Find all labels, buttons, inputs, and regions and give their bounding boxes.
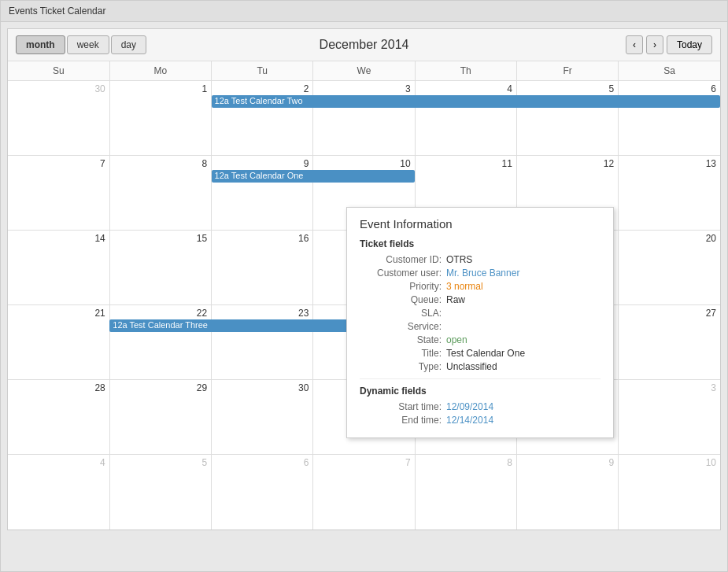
nav-buttons: ‹ › Today bbox=[626, 35, 712, 54]
col-su: Su bbox=[8, 61, 109, 81]
popup-row-service: Service: bbox=[360, 321, 601, 332]
day-number: 5 bbox=[519, 83, 616, 95]
view-day-button[interactable]: day bbox=[111, 35, 146, 54]
popup-row-customerid: Customer ID: OTRS bbox=[360, 254, 601, 265]
day-cell: 23 bbox=[212, 305, 313, 380]
next-button[interactable]: › bbox=[646, 35, 663, 54]
day-number: 15 bbox=[112, 232, 209, 245]
day-cell: 30 bbox=[212, 380, 313, 455]
day-cell: 5 bbox=[516, 81, 618, 156]
popup-divider bbox=[360, 378, 601, 379]
day-number: 4 bbox=[9, 456, 108, 469]
popup-label-sla: SLA: bbox=[360, 308, 446, 319]
weekday-header-row: Su Mo Tu We Th Fr Sa bbox=[8, 61, 720, 81]
day-cell: 2 bbox=[212, 81, 313, 156]
day-cell: 1 bbox=[109, 81, 211, 156]
day-cell: 4 bbox=[8, 455, 109, 530]
popup-label-title: Title: bbox=[360, 348, 446, 359]
app-title: Events Ticket Calendar bbox=[1, 1, 727, 22]
popup-label-customerid: Customer ID: bbox=[360, 254, 446, 265]
popup-label-type: Type: bbox=[360, 361, 446, 372]
day-number: 22 bbox=[112, 307, 209, 319]
day-cell: 28 bbox=[8, 380, 109, 455]
day-number: 5 bbox=[112, 456, 209, 469]
day-number: 20 bbox=[620, 232, 719, 245]
calendar-body: Su Mo Tu We Th Fr Sa 3012345678910111213… bbox=[8, 61, 720, 530]
day-number: 27 bbox=[620, 307, 719, 319]
view-month-button[interactable]: month bbox=[16, 35, 65, 54]
popup-row-title: Title: Test Calendar One bbox=[360, 348, 601, 359]
event-bar-ev1[interactable]: 12a Test Calendar Two bbox=[212, 95, 720, 108]
col-fr: Fr bbox=[516, 61, 618, 81]
popup-value-endtime[interactable]: 12/14/2014 bbox=[446, 415, 493, 426]
col-sa: Sa bbox=[619, 61, 720, 81]
popup-title: Event Information bbox=[360, 217, 601, 231]
day-number: 2 bbox=[213, 83, 311, 95]
popup-row-sla: SLA: bbox=[360, 308, 601, 319]
day-number: 10 bbox=[620, 456, 719, 469]
popup-row-type: Type: Unclassified bbox=[360, 361, 601, 372]
day-number: 6 bbox=[213, 456, 311, 469]
today-button[interactable]: Today bbox=[667, 35, 712, 54]
event-popup: Event Information Ticket fields Customer… bbox=[346, 207, 614, 438]
popup-row-priority: Priority: 3 normal bbox=[360, 281, 601, 292]
event-bar-ev2[interactable]: 12a Test Calendar One bbox=[212, 170, 416, 183]
popup-value-customeruser[interactable]: Mr. Bruce Banner bbox=[446, 268, 519, 279]
day-cell: 4 bbox=[415, 81, 516, 156]
popup-row-state: State: open bbox=[360, 334, 601, 345]
popup-value-title: Test Calendar One bbox=[446, 348, 525, 359]
col-th: Th bbox=[415, 61, 516, 81]
calendar-title: December 2014 bbox=[320, 38, 409, 52]
day-cell: 22 bbox=[109, 305, 211, 380]
popup-value-starttime[interactable]: 12/09/2014 bbox=[446, 401, 493, 412]
day-cell: 15 bbox=[109, 231, 211, 305]
popup-row-endtime: End time: 12/14/2014 bbox=[360, 415, 601, 426]
prev-button[interactable]: ‹ bbox=[626, 35, 643, 54]
day-number: 8 bbox=[112, 157, 209, 170]
day-cell: 14 bbox=[8, 231, 109, 305]
day-number: 12 bbox=[519, 157, 616, 170]
col-mo: Mo bbox=[109, 61, 211, 81]
day-number: 28 bbox=[9, 382, 108, 394]
popup-section-dynamic: Dynamic fields bbox=[360, 386, 601, 397]
popup-label-endtime: End time: bbox=[360, 415, 446, 426]
day-number: 29 bbox=[112, 382, 209, 394]
day-number: 7 bbox=[9, 157, 108, 170]
day-number: 7 bbox=[315, 456, 412, 469]
day-cell: 21 bbox=[8, 305, 109, 380]
day-number: 3 bbox=[315, 83, 412, 95]
popup-value-state: open bbox=[446, 334, 467, 345]
day-number: 4 bbox=[417, 83, 515, 95]
day-cell: 10 bbox=[619, 455, 720, 530]
popup-value-priority: 3 normal bbox=[446, 281, 483, 292]
popup-row-starttime: Start time: 12/09/2014 bbox=[360, 401, 601, 412]
day-cell: 7 bbox=[313, 455, 415, 530]
view-week-button[interactable]: week bbox=[67, 35, 109, 54]
day-cell: 7 bbox=[8, 156, 109, 231]
day-cell: 13 bbox=[619, 156, 720, 231]
day-cell: 29 bbox=[109, 380, 211, 455]
day-cell: 8 bbox=[415, 455, 516, 530]
week-row-5: 45678910 bbox=[8, 455, 720, 530]
day-number: 6 bbox=[620, 83, 719, 95]
view-buttons: month week day bbox=[16, 35, 146, 54]
day-number: 23 bbox=[213, 307, 311, 319]
col-we: We bbox=[313, 61, 415, 81]
day-number: 30 bbox=[213, 382, 311, 394]
day-cell: 20 bbox=[619, 231, 720, 305]
popup-value-type: Unclassified bbox=[446, 361, 497, 372]
day-number: 1 bbox=[112, 83, 209, 95]
day-cell: 9 bbox=[516, 455, 618, 530]
popup-label-starttime: Start time: bbox=[360, 401, 446, 412]
day-number: 14 bbox=[9, 232, 108, 245]
day-cell: 6 bbox=[619, 81, 720, 156]
day-cell: 27 bbox=[619, 305, 720, 380]
week-row-0: 30123456 bbox=[8, 81, 720, 156]
popup-section-ticket: Ticket fields bbox=[360, 238, 601, 249]
day-number: 3 bbox=[620, 382, 719, 394]
popup-value-customerid: OTRS bbox=[446, 254, 472, 265]
day-cell: 6 bbox=[212, 455, 313, 530]
day-cell: 8 bbox=[109, 156, 211, 231]
day-number: 30 bbox=[9, 83, 108, 95]
day-cell: 30 bbox=[8, 81, 109, 156]
